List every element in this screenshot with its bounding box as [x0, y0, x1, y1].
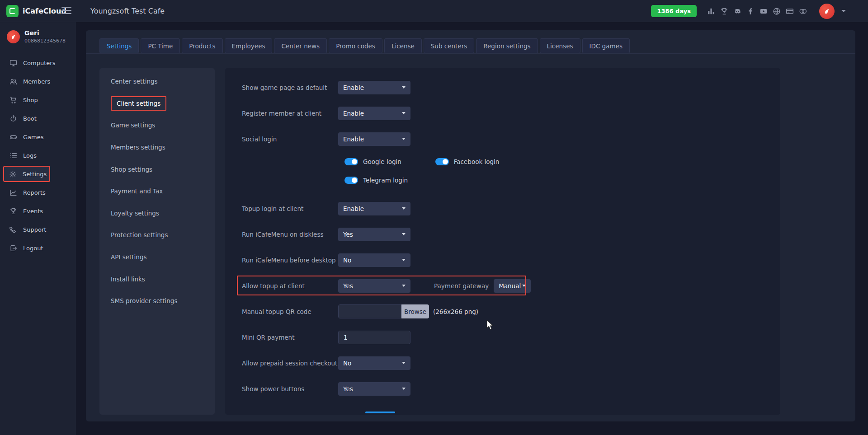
- tab-pc-time[interactable]: PC Time: [141, 38, 180, 53]
- prepaid-checkout-select[interactable]: No: [338, 356, 410, 370]
- client-settings-form: Show game page as default Enable Registe…: [225, 68, 780, 415]
- google-login-toggle-group: Google login: [344, 158, 401, 165]
- nav-center-settings[interactable]: Center settings: [99, 70, 215, 93]
- layers-icon[interactable]: [799, 7, 807, 15]
- topup-login-select[interactable]: Enable: [338, 202, 410, 215]
- form-row-prepaid-checkout: Allow prepaid session checkout No: [225, 350, 780, 376]
- tab-bar: Settings PC Time Products Employees Cent…: [99, 38, 630, 53]
- nav-game-settings[interactable]: Game settings: [99, 114, 215, 136]
- nav-sms-provider-settings[interactable]: SMS provider settings: [99, 290, 215, 312]
- nav-protection-settings[interactable]: Protection settings: [99, 224, 215, 246]
- tab-settings[interactable]: Settings: [99, 38, 139, 53]
- youtube-icon[interactable]: [760, 7, 768, 15]
- run-icafemenu-diskless-select[interactable]: Yes: [338, 228, 410, 241]
- sidebar-item-settings[interactable]: Settings: [3, 166, 50, 182]
- form-row-run-diskless: Run iCafeMenu on diskless Yes: [225, 221, 780, 247]
- tab-licenses[interactable]: Licenses: [540, 38, 580, 53]
- sidebar-item-games[interactable]: Games: [0, 128, 76, 146]
- sidebar-item-logout[interactable]: Logout: [0, 239, 76, 257]
- sidebar-item-label: Settings: [23, 171, 47, 178]
- payment-gateway-label: Payment gateway: [434, 282, 489, 290]
- nav-payment-and-tax[interactable]: Payment and Tax: [99, 180, 215, 202]
- discord-icon[interactable]: [733, 7, 741, 15]
- mini-qr-payment-input[interactable]: [338, 331, 410, 344]
- sidebar-item-shop[interactable]: Shop: [0, 91, 76, 109]
- field-label: Show power buttons: [242, 385, 338, 393]
- payment-gateway-select[interactable]: Manual: [494, 279, 531, 293]
- monitor-icon: [9, 59, 17, 67]
- users-icon: [9, 78, 17, 85]
- main-card: Settings PC Time Products Employees Cent…: [86, 30, 855, 421]
- browse-button[interactable]: Browse: [401, 304, 429, 318]
- trophy-icon[interactable]: [720, 7, 728, 15]
- account-avatar[interactable]: [819, 4, 835, 19]
- horizontal-scrollbar-thumb[interactable]: [365, 412, 395, 413]
- sidebar-item-label: Members: [23, 78, 50, 85]
- power-icon: [9, 115, 17, 122]
- sidebar-item-label: Games: [23, 134, 43, 140]
- chevron-down-icon: [402, 285, 406, 287]
- tab-center-news[interactable]: Center news: [274, 38, 327, 53]
- tab-promo-codes[interactable]: Promo codes: [329, 38, 382, 53]
- nav-client-settings[interactable]: Client settings: [99, 93, 215, 115]
- sidebar-item-boot[interactable]: Boot: [0, 109, 76, 128]
- tab-products[interactable]: Products: [182, 38, 222, 53]
- nav-api-settings[interactable]: API settings: [99, 246, 215, 268]
- nav-install-links[interactable]: Install links: [99, 268, 215, 290]
- sidebar-item-support[interactable]: Support: [0, 220, 76, 239]
- chevron-down-icon: [402, 362, 406, 364]
- nav-item-label: Loyalty settings: [111, 210, 159, 217]
- sidebar-item-reports[interactable]: Reports: [0, 183, 76, 202]
- nav-loyalty-settings[interactable]: Loyalty settings: [99, 202, 215, 225]
- facebook-icon[interactable]: [746, 7, 755, 15]
- google-login-toggle[interactable]: [344, 158, 358, 165]
- sidebar-item-label: Shop: [23, 97, 38, 103]
- id-card-icon[interactable]: [786, 7, 794, 15]
- tab-license[interactable]: License: [384, 38, 422, 53]
- tab-sub-centers[interactable]: Sub centers: [424, 38, 474, 53]
- tab-bar-divider: [86, 53, 855, 54]
- register-member-select[interactable]: Enable: [338, 107, 410, 120]
- app-name: iCafeCloud: [23, 7, 66, 15]
- bar-chart-icon[interactable]: [707, 7, 715, 15]
- social-toggles-row-2: Telegram login: [225, 172, 780, 189]
- field-label: Allow prepaid session checkout: [242, 360, 338, 367]
- social-login-select[interactable]: Enable: [338, 132, 410, 146]
- account-chevron-down-icon[interactable]: [841, 10, 846, 12]
- power-buttons-select[interactable]: Yes: [338, 382, 410, 396]
- field-label: Manual topup QR code: [242, 308, 338, 315]
- qr-size-hint: (266x266 png): [433, 308, 478, 315]
- sidebar-item-label: Logs: [23, 152, 37, 159]
- select-value: No: [343, 360, 351, 367]
- tab-idc-games[interactable]: IDC games: [582, 38, 630, 53]
- icafecloud-app: iCafeCloud Youngzsoft Test Cafe 1386 day…: [0, 0, 868, 435]
- sidebar-item-logs[interactable]: Logs: [0, 146, 76, 165]
- sidebar-item-events[interactable]: Events: [0, 202, 76, 220]
- form-row-show-game-page: Show game page as default Enable: [225, 75, 780, 100]
- field-label: Social login: [242, 136, 338, 143]
- sidebar-item-label: Logout: [23, 245, 43, 252]
- tab-region-settings[interactable]: Region settings: [476, 38, 538, 53]
- run-icafemenu-before-desktop-select[interactable]: No: [338, 253, 410, 267]
- chevron-down-icon: [402, 86, 406, 89]
- show-game-page-select[interactable]: Enable: [338, 81, 410, 94]
- facebook-login-toggle[interactable]: [435, 158, 449, 165]
- nav-members-settings[interactable]: Members settings: [99, 136, 215, 159]
- allow-topup-select[interactable]: Yes: [338, 279, 410, 293]
- manual-topup-qr-input[interactable]: [338, 304, 401, 318]
- nav-item-label: Game settings: [111, 122, 155, 129]
- tab-employees[interactable]: Employees: [225, 38, 273, 53]
- form-row-run-before-desktop: Run iCafeMenu before desktop No: [225, 247, 780, 273]
- telegram-login-toggle[interactable]: [344, 177, 358, 184]
- field-label: Mini QR payment: [242, 334, 338, 341]
- sidebar-item-computers[interactable]: Computers: [0, 54, 76, 72]
- nav-shop-settings[interactable]: Shop settings: [99, 158, 215, 180]
- nav-item-label: Client settings: [111, 96, 166, 111]
- sidebar-item-members[interactable]: Members: [0, 72, 76, 91]
- sidebar-item-label: Support: [23, 226, 46, 233]
- phone-icon: [9, 226, 17, 234]
- globe-icon[interactable]: [773, 7, 781, 15]
- user-block: Geri 0086812345678: [0, 22, 76, 44]
- hamburger-menu-icon[interactable]: [61, 7, 71, 15]
- nav-item-label: Center settings: [111, 78, 158, 85]
